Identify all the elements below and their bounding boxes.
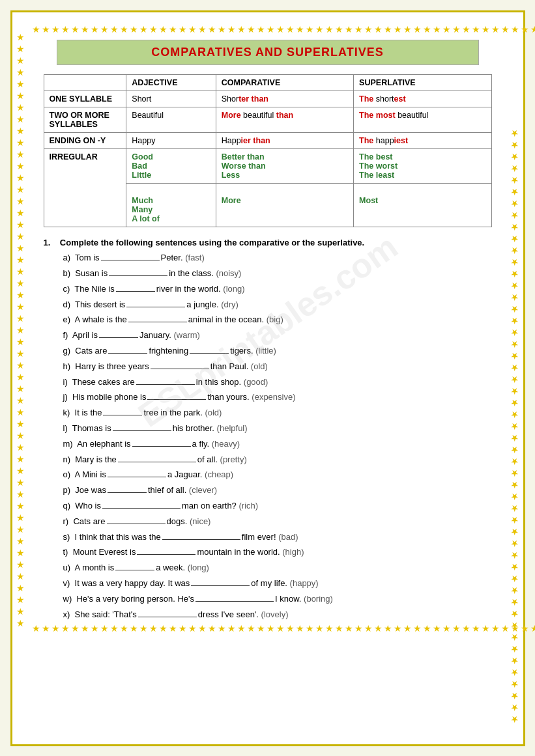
comparative-cell: Happier than [216,133,353,149]
category-cell: ONE SYLLABLE [44,91,126,107]
star-border-top: ★★★★★★★★★★★★★★★★★★★★★★★★★★★★★★★★★★★★★★★★… [32,24,504,35]
list-item: q) Who isman on earth? (rich) [63,499,492,513]
table-row: TWO OR MORE SYLLABLES Beautiful More bea… [44,107,491,133]
col-header-adjective: ADJECTIVE [126,75,216,91]
list-item: x) She said: 'That'sdress I've seen'. (l… [63,608,492,622]
superlative-cell: The happiest [354,133,491,149]
list-item: j) His mobile phone isthan yours. (expen… [63,391,492,404]
col-header-superlative: SUPERLATIVE [354,75,491,91]
table-row: ENDING ON -Y Happy Happier than The happ… [44,133,491,149]
exercise-title: 1. Complete the following sentences usin… [44,238,492,247]
star-border-right: ★★★★★★★★★★★★★★★★★★★★★★★★★★★★★★★★★★★★★★★★… [510,32,521,725]
category-cell: IRREGULAR [44,149,126,227]
list-item: m) An elephant isa fly. (heavy) [63,438,492,451]
list-item: k) It is thetree in the park. (old) [63,406,492,420]
list-item: l) Thomas ishis brother. (helpful) [63,422,492,436]
list-item: n) Mary is theof all. (pretty) [63,453,492,467]
exercise-number: 1. [44,238,58,247]
list-item: h) Harry is three yearsthan Paul. (old) [63,360,492,374]
table-row: IRREGULAR GoodBadLittle Better thanWorse… [44,149,491,184]
exercise-instruction: Complete the following sentences using t… [60,238,364,247]
comparative-cell: Better thanWorse thanLess [216,149,353,184]
list-item: g) Cats arefrighteningtigers. (little) [63,344,492,358]
list-item: f) April isJanuary. (warm) [63,329,492,343]
list-item: i) These cakes arein this shop. (good) [63,376,492,389]
adjective-cell: Happy [126,133,216,149]
list-item: a) Tom isPeter. (fast) [63,251,492,265]
page-title: COMPARATIVES AND SUPERLATIVES [57,40,479,65]
category-cell: ENDING ON -Y [44,133,126,149]
grammar-table: ADJECTIVE COMPARATIVE SUPERLATIVE ONE SY… [44,74,492,227]
star-border-bottom: ★★★★★★★★★★★★★★★★★★★★★★★★★★★★★★★★★★★★★★★★… [32,623,504,634]
superlative-cell: The bestThe worstThe least [354,149,491,184]
list-item: d) This desert isa jungle. (dry) [63,298,492,312]
superlative-cell: The shortest [354,91,491,107]
list-item: p) Joe wasthief of all. (clever) [63,484,492,497]
col-header-comparative: COMPARATIVE [216,75,353,91]
list-item: w) He's a very boring person. He'sI know… [63,593,492,606]
star-border-left: ★★★★★★★★★★★★★★★★★★★★★★★★★★★★★★★★★★★★★★★★… [15,32,26,725]
table-row: ONE SYLLABLE Short Shorter than The shor… [44,91,491,107]
adjective-cell: MuchManyA lot of [126,184,216,227]
adjective-cell: Beautiful [126,107,216,133]
comparative-cell: More beautiful than [216,107,353,133]
adjective-cell: Short [126,91,216,107]
adjective-cell: GoodBadLittle [126,149,216,184]
comparative-cell: More [216,184,353,227]
col-header-category [44,75,126,91]
list-item: e) A whale is theanimal in the ocean. (b… [63,313,492,327]
list-item: b) Susan isin the class. (noisy) [63,267,492,281]
comparative-cell: Shorter than [216,91,353,107]
list-item: u) A month isa week. (long) [63,561,492,575]
list-item: t) Mount Everest ismountain in the world… [63,546,492,559]
list-item: v) It was a very happy day. It wasof my … [63,577,492,591]
list-item: r) Cats aredogs. (nice) [63,515,492,529]
superlative-cell: Most [354,184,491,227]
category-cell: TWO OR MORE SYLLABLES [44,107,126,133]
superlative-cell: The most beautiful [354,107,491,133]
exercise-section: 1. Complete the following sentences usin… [44,238,492,621]
list-item: c) The Nile isriver in the world. (long) [63,283,492,296]
list-item: s) I think that this was thefilm ever! (… [63,531,492,544]
list-item: o) A Mini isa Jaguar. (cheap) [63,468,492,482]
